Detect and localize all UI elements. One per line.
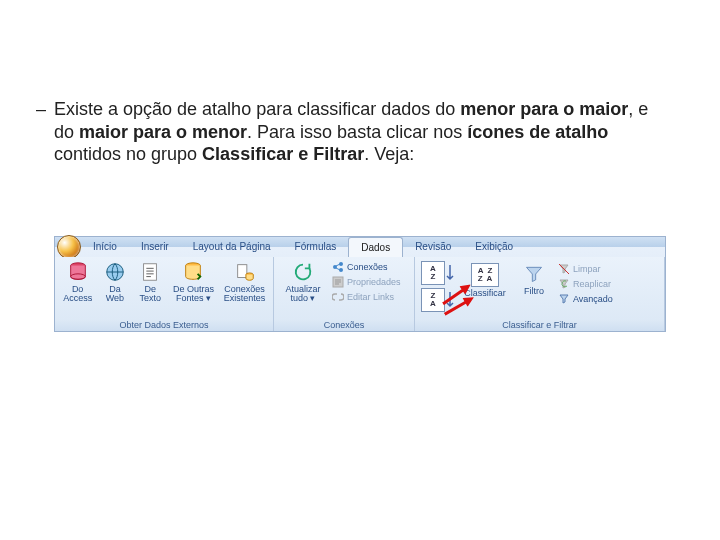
t-b2: maior para o menor [79,122,247,142]
existing-connections-button[interactable]: ConexõesExistentes [220,257,269,304]
reapply-icon [558,278,570,290]
existing-connections-icon [234,261,256,283]
tab-formulas[interactable]: Fórmulas [283,237,349,257]
bullet-text: – Existe a opção de atalho para classifi… [54,98,666,166]
from-text-button[interactable]: DeTexto [134,257,167,304]
from-other-sources-button[interactable]: De OutrasFontes ▾ [169,257,218,304]
connections-icon [332,261,344,273]
edit-links-label: Editar Links [347,292,394,302]
from-web-button[interactable]: DaWeb [98,257,131,304]
t1: Existe a opção de atalho para classifica… [54,99,460,119]
advanced-filter-icon [558,293,570,305]
tab-inserir[interactable]: Inserir [129,237,181,257]
connections-button[interactable]: Conexões [332,261,401,273]
group-obter-dados-externos: DoAccess DaWeb DeTexto De OutrasFontes ▾ [55,257,274,331]
tab-inicio[interactable]: Início [81,237,129,257]
t-b3: ícones de atalho [467,122,608,142]
group-obter-label: Obter Dados Externos [55,320,273,330]
sort-button[interactable]: AZ ZA Classificar [460,259,510,298]
edit-links-button: Editar Links [332,291,401,303]
connections-label: Conexões [347,262,388,272]
from-other-sources-label: De OutrasFontes ▾ [173,285,214,304]
t5: . Veja: [364,144,414,164]
from-access-button[interactable]: DoAccess [59,257,96,304]
edit-links-icon [332,291,344,303]
group-classificar-filtrar: A Z Z A [415,257,665,331]
properties-button: Propriedades [332,276,401,288]
existing-connections-label: ConexõesExistentes [224,285,266,304]
tab-revisao[interactable]: Revisão [403,237,463,257]
properties-icon [332,276,344,288]
properties-label: Propriedades [347,277,401,287]
t3: . Para isso basta clicar nos [247,122,467,142]
sort-za-icon: Z A [421,288,445,312]
slide: – Existe a opção de atalho para classifi… [0,0,720,540]
from-access-label: DoAccess [63,285,92,304]
filter-button[interactable]: Filtro [516,259,552,296]
svg-rect-5 [237,265,246,278]
sort-az-icon: A Z [421,261,445,285]
sort-ascending-button[interactable]: A Z [421,261,454,285]
reapply-label: Reaplicar [573,279,611,289]
text-file-icon [139,261,161,283]
group-classificar-label: Classificar e Filtrar [415,320,664,330]
group-conexoes-label: Conexões [274,320,414,330]
excel-ribbon: Início Inserir Layout da Página Fórmulas… [54,236,666,332]
refresh-all-label: Atualizartudo ▾ [285,285,320,304]
tab-exibicao[interactable]: Exibição [463,237,525,257]
funnel-icon [524,263,544,285]
database-icon [67,261,89,283]
from-web-label: DaWeb [106,285,124,304]
from-text-label: DeTexto [140,285,162,304]
clear-label: Limpar [573,264,601,274]
ribbon-tabs: Início Inserir Layout da Página Fórmulas… [81,237,525,257]
t-b4: Classificar e Filtrar [202,144,364,164]
clear-button: Limpar [558,263,613,275]
t-b1: menor para o maior [460,99,628,119]
sort-label: Classificar [464,289,506,298]
refresh-all-button[interactable]: Atualizartudo ▾ [278,257,328,304]
ribbon-groups: DoAccess DaWeb DeTexto De OutrasFontes ▾ [55,257,665,331]
advanced-label: Avançado [573,294,613,304]
svg-rect-3 [144,264,157,281]
other-sources-icon [182,261,204,283]
globe-icon [104,261,126,283]
t4: contidos no grupo [54,144,202,164]
tab-layout[interactable]: Layout da Página [181,237,283,257]
bullet-dash: – [36,98,46,121]
clear-filter-icon [558,263,570,275]
refresh-icon [292,261,314,283]
group-conexoes: Atualizartudo ▾ Conexões Propriedades [274,257,415,331]
filter-label: Filtro [524,287,544,296]
sort-dialog-icon: AZ ZA [471,263,499,287]
reapply-button: Reaplicar [558,278,613,290]
office-button-icon[interactable] [57,235,81,259]
down-arrow-icon [446,263,454,283]
advanced-button[interactable]: Avançado [558,293,613,305]
tab-dados[interactable]: Dados [348,237,403,258]
